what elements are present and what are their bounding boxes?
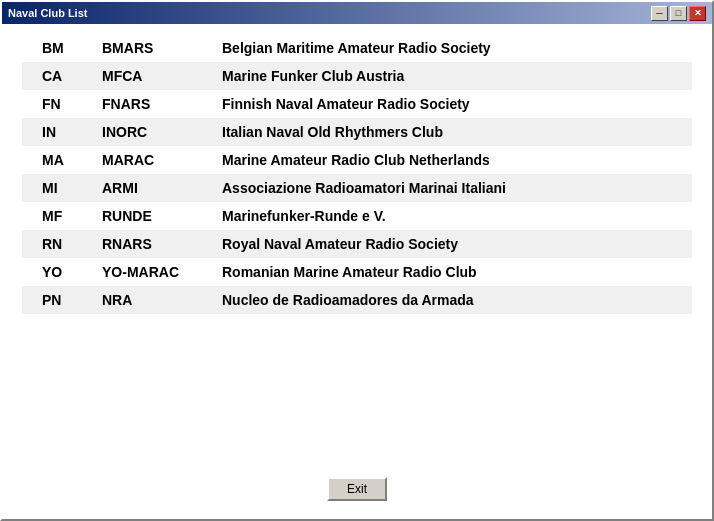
button-row: Exit [22, 465, 692, 509]
row-abbr: INORC [92, 118, 212, 146]
close-button[interactable]: ✕ [689, 6, 706, 21]
table-row: BMBMARSBelgian Maritime Amateur Radio So… [22, 34, 692, 62]
row-code: FN [22, 90, 92, 118]
row-code: YO [22, 258, 92, 286]
maximize-button[interactable]: □ [670, 6, 687, 21]
row-code: MF [22, 202, 92, 230]
row-name: Marine Amateur Radio Club Netherlands [212, 146, 692, 174]
table-row: YOYO-MARACRomanian Marine Amateur Radio … [22, 258, 692, 286]
table-container: BMBMARSBelgian Maritime Amateur Radio So… [22, 34, 692, 465]
window-title: Naval Club List [8, 7, 87, 19]
table-row: RNRNARSRoyal Naval Amateur Radio Society [22, 230, 692, 258]
window-controls: ─ □ ✕ [651, 6, 706, 21]
row-name: Italian Naval Old Rhythmers Club [212, 118, 692, 146]
row-name: Marinefunker-Runde e V. [212, 202, 692, 230]
table-row: PNNRANucleo de Radioamadores da Armada [22, 286, 692, 314]
row-abbr: MARAC [92, 146, 212, 174]
row-name: Belgian Maritime Amateur Radio Society [212, 34, 692, 62]
row-name: Nucleo de Radioamadores da Armada [212, 286, 692, 314]
main-window: Naval Club List ─ □ ✕ BMBMARSBelgian Mar… [0, 0, 714, 521]
row-name: Marine Funker Club Austria [212, 62, 692, 90]
row-abbr: FNARS [92, 90, 212, 118]
row-code: PN [22, 286, 92, 314]
clubs-table: BMBMARSBelgian Maritime Amateur Radio So… [22, 34, 692, 314]
exit-button[interactable]: Exit [327, 477, 387, 501]
row-code: RN [22, 230, 92, 258]
row-abbr: RUNDE [92, 202, 212, 230]
table-row: MIARMIAssociazione Radioamatori Marinai … [22, 174, 692, 202]
row-name: Romanian Marine Amateur Radio Club [212, 258, 692, 286]
row-code: BM [22, 34, 92, 62]
row-name: Royal Naval Amateur Radio Society [212, 230, 692, 258]
row-code: IN [22, 118, 92, 146]
table-row: FNFNARSFinnish Naval Amateur Radio Socie… [22, 90, 692, 118]
title-bar: Naval Club List ─ □ ✕ [2, 2, 712, 24]
row-name: Associazione Radioamatori Marinai Italia… [212, 174, 692, 202]
row-abbr: RNARS [92, 230, 212, 258]
table-row: MFRUNDEMarinefunker-Runde e V. [22, 202, 692, 230]
row-code: MI [22, 174, 92, 202]
row-abbr: NRA [92, 286, 212, 314]
row-abbr: YO-MARAC [92, 258, 212, 286]
row-abbr: BMARS [92, 34, 212, 62]
row-abbr: MFCA [92, 62, 212, 90]
row-code: MA [22, 146, 92, 174]
window-content: BMBMARSBelgian Maritime Amateur Radio So… [2, 24, 712, 519]
minimize-button[interactable]: ─ [651, 6, 668, 21]
row-code: CA [22, 62, 92, 90]
row-abbr: ARMI [92, 174, 212, 202]
table-row: CAMFCAMarine Funker Club Austria [22, 62, 692, 90]
table-row: MAMARACMarine Amateur Radio Club Netherl… [22, 146, 692, 174]
row-name: Finnish Naval Amateur Radio Society [212, 90, 692, 118]
table-row: ININORCItalian Naval Old Rhythmers Club [22, 118, 692, 146]
